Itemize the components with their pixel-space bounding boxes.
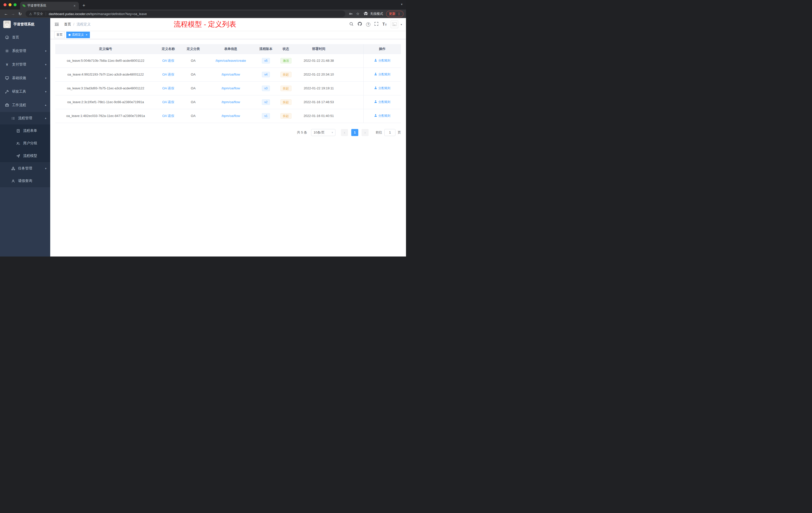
sidebar-item-process-forms[interactable]: 流程表单: [0, 124, 50, 137]
definition-name-link[interactable]: OA 请假: [162, 86, 174, 90]
refresh-button[interactable]: ↻: [17, 10, 24, 17]
sidebar-item-home[interactable]: 首页: [0, 31, 50, 44]
table-row: oa_leave:2:3c1f0ef1-76b1-11ec-9c66-a2380…: [55, 95, 401, 109]
sidebar-item-label: 研发工具: [12, 89, 26, 94]
tag-process-definition[interactable]: 流程定义 ×: [66, 32, 90, 38]
definition-name-link[interactable]: OA 请假: [162, 114, 174, 118]
page-number-active[interactable]: 1: [351, 129, 358, 136]
chevron-up-icon: ▾: [45, 117, 47, 120]
url-domain: dashboard.yudao.iocoder.cn: [49, 12, 90, 16]
security-indicator[interactable]: ⚠ 不安全: [29, 12, 43, 16]
window-close-button[interactable]: [3, 3, 6, 6]
sidebar-item-user-groups[interactable]: 用户分组: [0, 137, 50, 150]
breadcrumb-current: 流程定义: [77, 22, 91, 27]
github-icon[interactable]: [357, 22, 362, 27]
version-badge: v5: [262, 58, 270, 63]
sidebar-item-workflow[interactable]: 工作流程 ▾: [0, 98, 50, 112]
fullscreen-icon[interactable]: [374, 22, 378, 27]
address-bar[interactable]: ⚠ 不安全 dashboard.yudao.iocoder.cn/bpm/man…: [26, 10, 345, 17]
table-row: oa_leave:5:004b710b-7b8a-11ec-8ef0-acde4…: [55, 54, 401, 67]
goto-label: 前往: [376, 130, 382, 135]
sidebar-item-label: 工作流程: [12, 103, 26, 108]
person-icon: [11, 179, 15, 183]
next-page-button[interactable]: ›: [361, 129, 369, 136]
tab-search-chevron-icon[interactable]: ▾: [401, 2, 403, 6]
sidebar-item-process-management[interactable]: 流程管理 ▾: [0, 112, 50, 124]
definition-id: oa_leave:3:1fad3d93-7b75-11ec-a3c8-acde4…: [55, 81, 156, 95]
document-icon: [16, 129, 20, 133]
avatar[interactable]: [391, 21, 398, 28]
status-badge: 挂起: [281, 113, 291, 119]
sidebar-item-infrastructure[interactable]: 基础设施 ▾: [0, 71, 50, 85]
menu-dots-icon[interactable]: ⋮: [397, 12, 401, 16]
col-deploy-time: 部署时间: [295, 44, 342, 54]
app-logo[interactable]: 芋道管理系统: [0, 18, 50, 31]
key-icon[interactable]: [347, 10, 354, 17]
sidebar-item-devtools[interactable]: 研发工具 ▾: [0, 85, 50, 98]
url-text: dashboard.yudao.iocoder.cn/bpm/manager/d…: [49, 12, 147, 16]
prev-page-button[interactable]: ‹: [341, 129, 348, 136]
update-button[interactable]: 更新 ⋮: [386, 11, 404, 17]
browser-tab[interactable]: 芋道管理系统 ×: [20, 2, 79, 9]
breadcrumb: 首页 / 流程定义: [64, 22, 91, 27]
table-row: oa_leave:1:482ec033-762a-11ec-8477-a2380…: [55, 109, 401, 123]
window-zoom-button[interactable]: [13, 3, 17, 6]
sidebar-item-leave-query[interactable]: 请假查询: [0, 175, 50, 187]
user-icon: [374, 72, 377, 76]
definition-name-link[interactable]: OA 请假: [162, 59, 174, 62]
status-badge: 挂起: [281, 99, 291, 105]
definition-category: OA: [180, 81, 206, 95]
form-link[interactable]: /bpm/oa/leave/create: [215, 59, 246, 62]
security-label: 不安全: [34, 12, 43, 16]
monitor-icon: [5, 76, 9, 80]
definition-name-link[interactable]: OA 请假: [162, 72, 174, 76]
assign-rule-link[interactable]: 分配规则: [374, 100, 390, 104]
form-link[interactable]: /bpm/oa/flow: [222, 114, 240, 118]
tab-favicon-icon: [22, 4, 26, 7]
form-link[interactable]: /bpm/oa/flow: [222, 86, 240, 90]
chevron-up-icon: ▾: [45, 104, 47, 107]
forward-button[interactable]: →: [9, 10, 17, 17]
sidebar-item-process-models[interactable]: 流程模型: [0, 150, 50, 162]
bookmark-star-icon[interactable]: ☆: [354, 10, 361, 17]
form-link[interactable]: /bpm/oa/flow: [222, 72, 240, 76]
chevron-down-icon: ▾: [45, 90, 47, 93]
filler-cell: [342, 81, 363, 95]
assign-rule-link[interactable]: 分配规则: [374, 58, 390, 63]
sidebar-item-label: 流程表单: [23, 128, 37, 133]
new-tab-button[interactable]: +: [80, 2, 87, 9]
sidebar-item-payment[interactable]: ¥ 支付管理 ▾: [0, 58, 50, 71]
assign-rule-link[interactable]: 分配规则: [374, 86, 390, 90]
goto-page-input[interactable]: [384, 129, 396, 136]
incognito-label: 无痕模式: [370, 11, 383, 16]
sidebar-item-system[interactable]: 系统管理 ▾: [0, 44, 50, 58]
definition-id: oa_leave:4:991f2193-7b7f-11ec-a3c8-acde4…: [55, 67, 156, 81]
deploy-time: 2022-01-22 20:34:10: [295, 67, 342, 81]
deploy-time: 2022-01-22 19:19:11: [295, 81, 342, 95]
window-minimize-button[interactable]: [8, 3, 11, 6]
tag-close-icon[interactable]: ×: [86, 33, 88, 37]
window-controls: [3, 0, 17, 9]
back-button[interactable]: ←: [2, 10, 9, 17]
font-size-icon[interactable]: TT: [382, 22, 387, 26]
search-icon[interactable]: [349, 22, 353, 27]
sidebar-item-task-management[interactable]: 任务管理 ▾: [0, 162, 50, 175]
form-link[interactable]: /bpm/oa/flow: [222, 100, 240, 104]
chevron-down-icon: ▾: [45, 50, 47, 53]
help-icon[interactable]: ?: [366, 22, 370, 27]
definition-name-link[interactable]: OA 请假: [162, 100, 174, 104]
assign-rule-link[interactable]: 分配规则: [374, 114, 390, 118]
breadcrumb-home[interactable]: 首页: [64, 22, 71, 27]
app-title: 芋道管理系统: [13, 22, 34, 27]
logo-avatar: [3, 21, 11, 28]
users-icon: [16, 141, 20, 145]
col-filler: [342, 44, 363, 54]
tab-close-icon[interactable]: ×: [73, 4, 76, 8]
collapse-sidebar-icon[interactable]: [54, 22, 60, 27]
avatar-caret-icon[interactable]: ▾: [401, 23, 402, 26]
definition-id: oa_leave:2:3c1f0ef1-76b1-11ec-9c66-a2380…: [55, 95, 156, 109]
definition-id: oa_leave:5:004b710b-7b8a-11ec-8ef0-acde4…: [55, 54, 156, 67]
tag-home[interactable]: 首页: [54, 32, 65, 38]
page-size-select[interactable]: 10条/页 ▾: [311, 129, 336, 136]
assign-rule-link[interactable]: 分配规则: [374, 72, 390, 77]
